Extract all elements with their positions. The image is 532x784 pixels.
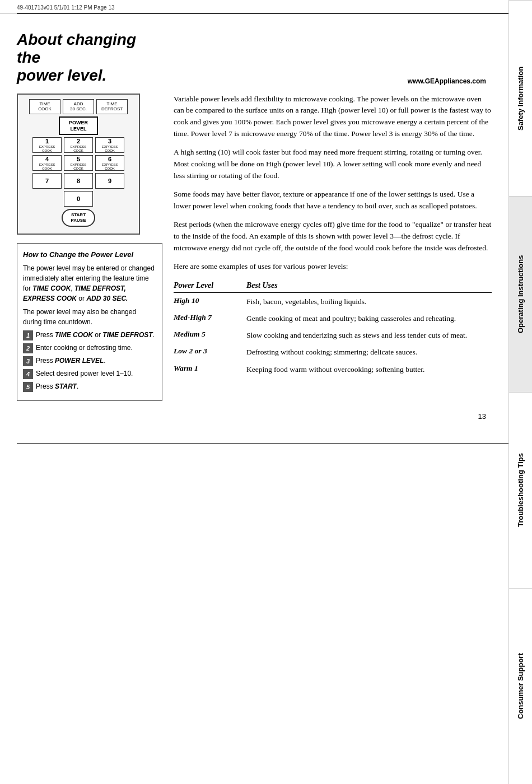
page-number: 13 (17, 412, 492, 421)
page-title: About changing the power level. (17, 31, 162, 85)
key-start-pause[interactable]: STARTPAUSE (62, 209, 95, 226)
keypad-row-4: 4EXPRESS COOK 5EXPRESS COOK 6EXPRESS COO… (22, 155, 134, 171)
instructions-intro: The power level may be entered or change… (23, 263, 156, 304)
file-info: 49-401713v01 5/1/01 1:12 PM Page 13 (0, 0, 532, 13)
right-column: Variable power levels add flexibility to… (174, 94, 492, 401)
uses-medium5: Slow cooking and tenderizing such as ste… (246, 330, 492, 341)
key-0[interactable]: 0 (64, 191, 93, 207)
instructions-box: How to Change the Power Level The power … (17, 243, 162, 402)
level-medium5: Medium 5 (174, 330, 224, 339)
power-row-medhigh7: Med-High 7 Gentle cooking of meat and po… (174, 313, 492, 324)
key-8[interactable]: 8 (64, 173, 93, 189)
key-6[interactable]: 6EXPRESS COOK (95, 155, 124, 171)
step-num-5: 5 (23, 382, 33, 392)
right-sidebar: Safety Information Operating Instruction… (508, 0, 532, 784)
keypad-row-3: 1EXPRESS COOK 2EXPRESS COOK 3EXPRESS COO… (22, 137, 134, 153)
left-column: TIMECOOK ADD30 SEC. TIMEDEFROST POWERLEV… (17, 94, 162, 401)
uses-high10: Fish, bacon, vegetables, boiling liquids… (246, 296, 492, 307)
step-list: 1 Press TIME COOK or TIME DEFROST. 2 Ent… (23, 330, 156, 392)
keypad-row-7: STARTPAUSE (22, 209, 134, 226)
sidebar-tab-operating[interactable]: Operating Instructions (509, 196, 532, 392)
level-low23: Low 2 or 3 (174, 347, 224, 356)
step-text-1: Press TIME COOK or TIME DEFROST. (36, 330, 155, 340)
power-row-high10: High 10 Fish, bacon, vegetables, boiling… (174, 296, 492, 307)
key-5[interactable]: 5EXPRESS COOK (64, 155, 93, 171)
step-text-2: Enter cooking or defrosting time. (36, 343, 133, 353)
step-item-2: 2 Enter cooking or defrosting time. (23, 343, 156, 353)
step-num-3: 3 (23, 356, 33, 366)
power-level-table: Power Level Best Uses High 10 Fish, baco… (174, 281, 492, 375)
instructions-box-title: How to Change the Power Level (23, 249, 156, 260)
step-text-5: Press START. (36, 382, 78, 391)
level-warm1: Warm 1 (174, 364, 224, 373)
key-1[interactable]: 1EXPRESS COOK (32, 137, 62, 153)
power-table-header: Power Level Best Uses (174, 281, 492, 293)
uses-warm1: Keeping food warm without overcooking; s… (246, 364, 492, 375)
sidebar-tab-safety[interactable]: Safety Information (509, 0, 532, 196)
sidebar-tab-consumer[interactable]: Consumer Support (509, 588, 532, 784)
step-text-3: Press POWER LEVEL. (36, 356, 106, 366)
step-item-1: 1 Press TIME COOK or TIME DEFROST. (23, 330, 156, 340)
key-time-cook[interactable]: TIMECOOK (29, 99, 60, 114)
uses-medhigh7: Gentle cooking of meat and poultry; baki… (246, 313, 492, 324)
step-item-5: 5 Press START. (23, 382, 156, 392)
website-url: www.GEAppliances.com (408, 38, 492, 85)
col-level-header: Power Level (174, 281, 224, 290)
level-medhigh7: Med-High 7 (174, 313, 224, 322)
keypad-row-6: 0 (22, 191, 134, 207)
step-item-3: 3 Press POWER LEVEL. (23, 356, 156, 366)
keypad-row-1: TIMECOOK ADD30 SEC. TIMEDEFROST (22, 99, 134, 114)
step-num-1: 1 (23, 330, 33, 340)
key-4[interactable]: 4EXPRESS COOK (32, 155, 62, 171)
para-5: Here are some examples of uses for vario… (174, 261, 492, 273)
keypad-illustration: TIMECOOK ADD30 SEC. TIMEDEFROST POWERLEV… (17, 94, 140, 235)
key-power-level[interactable]: POWERLEVEL (59, 116, 98, 136)
keypad-row-2: POWERLEVEL (22, 116, 134, 136)
step-num-4: 4 (23, 369, 33, 379)
power-row-medium5: Medium 5 Slow cooking and tenderizing su… (174, 330, 492, 341)
key-time-defrost[interactable]: TIMEDEFROST (96, 99, 128, 114)
sidebar-tab-troubleshooting[interactable]: Troubleshooting Tips (509, 392, 532, 588)
instructions-intro2: The power level may also be changed duri… (23, 307, 156, 327)
para-3: Some foods may have better flavor, textu… (174, 189, 492, 212)
step-item-4: 4 Select desired power level 1–10. (23, 369, 156, 379)
keypad-row-5: 7 8 9 (22, 173, 134, 189)
key-add-30sec[interactable]: ADD30 SEC. (63, 99, 94, 114)
bottom-rule (17, 443, 515, 444)
main-content: About changing the power level. www.GEAp… (0, 14, 508, 437)
col-uses-header: Best Uses (246, 281, 492, 290)
power-row-low23: Low 2 or 3 Defrosting without cooking; s… (174, 347, 492, 358)
step-text-4: Select desired power level 1–10. (36, 369, 133, 379)
title-row: About changing the power level. www.GEAp… (17, 20, 492, 85)
para-2: A high setting (10) will cook faster but… (174, 147, 492, 182)
uses-low23: Defrosting without cooking; simmering; d… (246, 347, 492, 358)
key-3[interactable]: 3EXPRESS COOK (95, 137, 124, 153)
step-num-2: 2 (23, 343, 33, 353)
para-4: Rest periods (when the microwave energy … (174, 219, 492, 254)
key-2[interactable]: 2EXPRESS COOK (64, 137, 93, 153)
key-9[interactable]: 9 (95, 173, 124, 189)
two-col-layout: TIMECOOK ADD30 SEC. TIMEDEFROST POWERLEV… (17, 94, 492, 401)
power-row-warm1: Warm 1 Keeping food warm without overcoo… (174, 364, 492, 375)
para-1: Variable power levels add flexibility to… (174, 94, 492, 141)
key-7[interactable]: 7 (32, 173, 62, 189)
level-high10: High 10 (174, 296, 224, 305)
